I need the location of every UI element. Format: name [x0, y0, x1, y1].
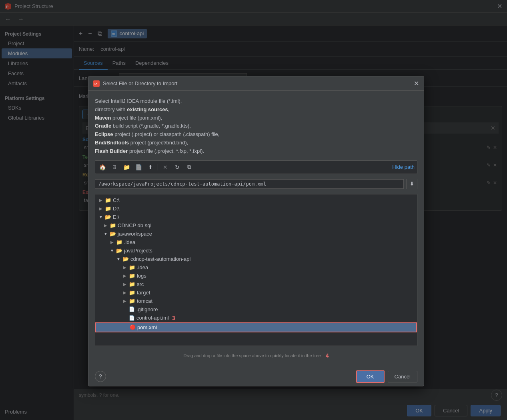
dialog-footer: ? OK Cancel: [88, 367, 424, 386]
folder-icon-javaworkspace: 📂: [110, 231, 116, 237]
tree-arrow-idea2: ▶: [122, 265, 127, 270]
tree-arrow-c: ▶: [98, 198, 103, 202]
home-button[interactable]: 🏠: [98, 162, 107, 172]
file-icon-iml: 📄: [129, 315, 135, 321]
delete-button[interactable]: ✕: [160, 162, 170, 172]
dialog-help-button[interactable]: ?: [95, 371, 106, 382]
new-file-button[interactable]: 📄: [134, 162, 143, 172]
file-tree[interactable]: ▶ 📁 C:\ ▶ 📁 D:\ ▼ 📂 E:\: [95, 194, 417, 346]
dialog-footer-buttons: OK Cancel: [356, 370, 417, 383]
desc-line-2: directory with existing sources,: [95, 106, 169, 112]
tree-arrow-e: ▼: [98, 215, 103, 219]
tree-arrow-pom: ▶: [123, 325, 128, 330]
tree-item-control-api-iml[interactable]: ▶ 📄 control-api.iml 3: [95, 314, 417, 322]
tree-label-javaprojects: javaProjects: [124, 248, 152, 254]
file-icon-gitignore: 📄: [129, 306, 135, 312]
new-folder-button[interactable]: 📁: [122, 162, 131, 172]
drag-hint-text: Drag and drop a file into the space abov…: [184, 353, 321, 358]
tree-label-javaworkspace: javaworkspace: [118, 231, 152, 237]
tree-item-src[interactable]: ▶ 📁 src: [95, 280, 417, 288]
toolbar-separator: [158, 164, 158, 170]
desc-line-4: Gradle build script (*.gradle, *.gradle.…: [95, 123, 191, 129]
dialog-cancel-button[interactable]: Cancel: [388, 371, 417, 382]
dialog-overlay: P Select File or Directory to Import ✕ S…: [0, 0, 507, 420]
tree-label-pom: pom.xml: [137, 324, 157, 330]
folder-icon-d: 📁: [105, 206, 111, 212]
hide-path-button[interactable]: Hide path: [392, 164, 415, 170]
tree-item-tomcat[interactable]: ▶ 📁 tomcat: [95, 297, 417, 305]
folder-icon-tomcat: 📁: [129, 298, 135, 304]
tree-label-target: target: [137, 290, 150, 296]
folder-icon-logs: 📁: [129, 273, 135, 279]
tree-item-gitignore[interactable]: ▶ 📄 .gitignore: [95, 305, 417, 314]
dialog-path-bar: ⬇: [95, 179, 417, 189]
tree-label-e: E:\: [113, 214, 119, 220]
up-folder-button[interactable]: ⬆: [146, 162, 155, 172]
dialog-ok-button[interactable]: OK: [356, 370, 385, 383]
dialog-title-icon: P: [93, 80, 100, 87]
tree-arrow-iml: ▶: [122, 316, 127, 320]
file-icon-pom: 🔴: [130, 324, 136, 330]
copy-path-button[interactable]: ⧉: [184, 162, 194, 172]
folder-icon-idea1: 📁: [116, 239, 122, 245]
step-4-label: 4: [326, 352, 329, 359]
tree-item-pom-xml[interactable]: ▶ 🔴 pom.xml: [95, 322, 417, 332]
tree-item-cdncp-test[interactable]: ▼ 📂 cdncp-test-automation-api: [95, 255, 417, 263]
folder-icon-target: 📁: [129, 290, 135, 296]
tree-label-tomcat: tomcat: [137, 298, 152, 304]
tree-arrow-d: ▶: [98, 206, 103, 211]
tree-label-idea2: .idea: [137, 264, 148, 270]
tree-arrow-javaworkspace: ▼: [103, 232, 108, 236]
folder-icon-idea2: 📁: [129, 264, 135, 270]
dialog-toolbar: 🏠 🖥 📁 📄 ⬆ ✕ ↻ ⧉ Hide path: [95, 160, 417, 174]
desc-line-7: Flash Builder project file (.project, *.…: [95, 148, 204, 154]
desc-line-3: Maven project file (pom.xml),: [95, 115, 162, 121]
folder-icon-e: 📂: [105, 214, 111, 220]
tree-arrow-cdncp-test: ▼: [116, 257, 121, 261]
tree-arrow-cdncp-db: ▶: [103, 223, 108, 228]
tree-item-idea2[interactable]: ▶ 📁 .idea: [95, 263, 417, 272]
tree-item-e-drive[interactable]: ▼ 📂 E:\: [95, 213, 417, 221]
step-3-label: 3: [172, 315, 175, 321]
tree-label-src: src: [137, 281, 144, 287]
tree-item-target[interactable]: ▶ 📁 target: [95, 288, 417, 297]
folder-icon-cdncp-test: 📂: [122, 256, 129, 262]
tree-arrow-logs: ▶: [122, 274, 127, 278]
desc-line-1: Select IntelliJ IDEA module file (*.iml)…: [95, 98, 182, 104]
tree-label-cdncp-db: CDNCP db sql: [118, 222, 151, 228]
tree-label-c: C:\: [113, 197, 120, 203]
refresh-button[interactable]: ↻: [172, 162, 182, 172]
tree-item-javaworkspace[interactable]: ▼ 📂 javaworkspace: [95, 230, 417, 238]
desc-line-6: Bnd/Bndtools project (project/bnd.bnd),: [95, 140, 188, 146]
folder-icon-c: 📁: [105, 197, 111, 203]
tree-item-logs[interactable]: ▶ 📁 logs: [95, 272, 417, 280]
tree-label-d: D:\: [113, 206, 120, 212]
folder-icon-cdncp-db: 📁: [110, 222, 116, 228]
dialog-close-button[interactable]: ✕: [414, 80, 419, 87]
dialog-description: Select IntelliJ IDEA module file (*.iml)…: [95, 97, 417, 156]
folder-icon-src: 📁: [129, 281, 135, 287]
tree-item-c-drive[interactable]: ▶ 📁 C:\: [95, 196, 417, 204]
desktop-button[interactable]: 🖥: [110, 162, 119, 172]
tree-label-logs: logs: [137, 273, 146, 279]
browse-button[interactable]: ⬇: [406, 179, 417, 189]
dialog-title-left: P Select File or Directory to Import: [93, 80, 177, 87]
tree-item-javaprojects[interactable]: ▼ 📂 javaProjects: [95, 246, 417, 255]
import-dialog: P Select File or Directory to Import ✕ S…: [88, 76, 424, 386]
tree-arrow-javaprojects: ▼: [110, 248, 114, 253]
tree-label-cdncp-test: cdncp-test-automation-api: [130, 256, 190, 262]
path-input[interactable]: [95, 179, 404, 189]
folder-icon-javaprojects: 📂: [116, 248, 122, 254]
tree-label-iml: control-api.iml: [136, 315, 169, 321]
dialog-body: Select IntelliJ IDEA module file (*.iml)…: [88, 91, 424, 367]
tree-label-gitignore: .gitignore: [136, 306, 158, 312]
tree-item-d-drive[interactable]: ▶ 📁 D:\: [95, 204, 417, 213]
tree-label-idea1: .idea: [124, 239, 135, 245]
tree-arrow-tomcat: ▶: [122, 299, 127, 303]
tree-item-cdncp-db[interactable]: ▶ 📁 CDNCP db sql: [95, 221, 417, 230]
tree-item-idea1[interactable]: ▶ 📁 .idea: [95, 238, 417, 246]
desc-line-5: Eclipse project (.project) or classpath …: [95, 131, 219, 137]
tree-arrow-target: ▶: [122, 290, 127, 295]
tree-arrow-gitignore: ▶: [122, 307, 127, 312]
tree-arrow-src: ▶: [122, 282, 127, 286]
